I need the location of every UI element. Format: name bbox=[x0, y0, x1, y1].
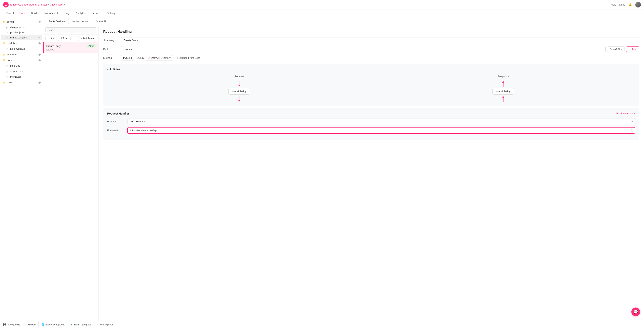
routes-actions: ⇅ Sort ⚗ Filter + Add Route bbox=[43, 35, 98, 42]
sidebar-label-index-md: index.md bbox=[10, 64, 36, 67]
sidebar-item-schemas[interactable]: 📁 schemas ⊕ bbox=[0, 52, 43, 57]
sidebar-item-docs[interactable]: 📁 docs ⊕ bbox=[0, 57, 43, 63]
routes-icon: ⚙ bbox=[6, 36, 9, 39]
summary-label: Summary bbox=[103, 39, 119, 42]
sidebar-json-icon: 📄 bbox=[6, 70, 9, 73]
build-status-item[interactable]: Build in-progress bbox=[68, 321, 94, 328]
policies-header[interactable]: ▾ Policies bbox=[107, 68, 635, 71]
tab-analytics[interactable]: Analytics bbox=[73, 10, 89, 17]
filter-button[interactable]: ⚗ Filter bbox=[58, 36, 70, 41]
notification-icon[interactable]: 🔔 bbox=[628, 3, 632, 7]
topbar: Z amethyst_underground_alligator ▾ / loc… bbox=[0, 0, 644, 10]
build-dot bbox=[71, 324, 72, 326]
sidebar-item-config[interactable]: 📁 config ⊕ bbox=[0, 19, 43, 25]
method-select[interactable]: POST ▾ bbox=[121, 55, 134, 61]
save-icon: 💾 bbox=[3, 323, 6, 326]
policies-title: Policies bbox=[110, 68, 120, 71]
summary-input[interactable] bbox=[121, 37, 639, 43]
sidebar-label-policies: policies.json bbox=[10, 31, 40, 34]
sort-button[interactable]: ⇅ Sort bbox=[45, 36, 57, 41]
fab-button[interactable]: 💬 bbox=[632, 308, 640, 316]
add-schemas-icon[interactable]: ⊕ bbox=[38, 53, 41, 56]
breadcrumb-separator: / bbox=[50, 3, 51, 6]
sidebar-item-index-md[interactable]: 📄 index.md ··· bbox=[1, 63, 42, 68]
tab-services[interactable]: Services bbox=[89, 10, 104, 17]
save-status-item[interactable]: 💾 Save [⌘+S] bbox=[2, 321, 23, 328]
route-path: /stories bbox=[46, 48, 96, 51]
add-request-policy-button[interactable]: + Add Policy bbox=[228, 88, 250, 94]
sidebar-item-policies[interactable]: ↑ policies.json bbox=[1, 30, 42, 35]
working-copy-status-item[interactable]: ⑂ working copy bbox=[94, 321, 116, 328]
sidebar-item-modules[interactable]: 📁 modules ⊕ bbox=[0, 40, 43, 46]
docs-link[interactable]: Docs bbox=[619, 3, 625, 6]
github-label: GitHub bbox=[28, 323, 36, 326]
tab-settings[interactable]: Settings bbox=[104, 10, 119, 17]
sidebar-label-hello-world: hello-world.ts bbox=[10, 48, 36, 50]
sidebar-label-tests: tests bbox=[7, 81, 37, 84]
tests-folder-icon: 📁 bbox=[2, 81, 5, 84]
sidebar-item-dev-portal[interactable]: { } dev-portal.json ··· bbox=[1, 25, 42, 30]
forward-info-icon[interactable]: ⓘ bbox=[631, 129, 633, 132]
add-docs-icon[interactable]: ⊕ bbox=[38, 58, 41, 62]
route-name: Create Story bbox=[46, 44, 61, 48]
tab-builds[interactable]: Builds bbox=[28, 10, 41, 17]
schemas-folder-icon: 📁 bbox=[2, 53, 5, 56]
github-status-item[interactable]: ⑂ GitHub bbox=[23, 321, 38, 328]
response-policy-column: Response + Add Policy bbox=[484, 75, 523, 102]
tab-routes-oas-json[interactable]: routes.oas.json bbox=[70, 19, 92, 24]
sidebar-item-theme-css[interactable]: 📄 theme.css ··· bbox=[1, 74, 42, 80]
tab-project[interactable]: Project bbox=[3, 10, 16, 17]
path-input[interactable] bbox=[121, 46, 606, 52]
sidebar-label-modules: modules bbox=[7, 42, 37, 45]
add-response-policy-button[interactable]: + Add Policy bbox=[492, 88, 514, 94]
cors-dropdown[interactable]: ✓ Deny All Origins ▾ bbox=[146, 55, 173, 61]
route-item-create-story[interactable]: Create Story POST /stories bbox=[43, 42, 98, 53]
route-list: Create Story POST /stories bbox=[43, 42, 98, 53]
request-arrow-down bbox=[238, 81, 240, 86]
avatar[interactable] bbox=[635, 2, 641, 8]
response-arrow-up-2 bbox=[502, 96, 504, 102]
arrow-line-2 bbox=[239, 96, 240, 100]
help-link[interactable]: Help bbox=[611, 3, 616, 6]
request-policy-column: Request + Add Policy bbox=[220, 75, 259, 102]
url-forward-docs-link[interactable]: URL Forward docs bbox=[615, 112, 635, 115]
exclude-docs-checkbox[interactable] bbox=[175, 56, 178, 59]
path-controls: OpenAPI ▾ ✦ Test bbox=[121, 46, 639, 52]
sidebar-item-hello-world[interactable]: 📄 hello-world.ts ··· bbox=[1, 46, 42, 52]
tab-environments[interactable]: Environments bbox=[41, 10, 62, 17]
sidebar-item-routes[interactable]: ⚙ routes.oas.json ··· bbox=[1, 35, 42, 40]
tab-openapi[interactable]: OpenAPI bbox=[93, 19, 109, 24]
exclude-docs[interactable]: Exclude From Docs bbox=[175, 56, 200, 59]
forward-label: Forward to bbox=[107, 129, 125, 132]
more-routes-icon[interactable]: ··· bbox=[38, 36, 40, 40]
tab-logs[interactable]: Logs bbox=[62, 10, 73, 17]
modules-folder-icon: 📁 bbox=[2, 42, 5, 45]
project-name[interactable]: amethyst_underground_alligator bbox=[10, 3, 47, 6]
test-button[interactable]: ✦ Test bbox=[626, 46, 639, 52]
search-input[interactable] bbox=[45, 28, 96, 33]
working-copy-label: working copy bbox=[100, 323, 113, 326]
repo-name[interactable]: local-lore bbox=[52, 3, 63, 6]
arrow-head-up-2 bbox=[502, 96, 504, 98]
openapi-button[interactable]: OpenAPI ▾ bbox=[607, 46, 624, 52]
arrow-head-2 bbox=[238, 100, 240, 102]
handler-dropdown[interactable]: URL Forward ▾ bbox=[127, 118, 635, 125]
routes-panel: ⇅ Sort ⚗ Filter + Add Route bbox=[43, 26, 98, 321]
arrow-head-1 bbox=[238, 85, 240, 86]
sidebar-label-sidebar-json: sidebar.json bbox=[10, 70, 36, 73]
app-logo[interactable]: Z bbox=[3, 2, 9, 8]
add-route-button[interactable]: + Add Route bbox=[78, 36, 96, 41]
add-tests-icon[interactable]: ⊕ bbox=[38, 80, 41, 84]
policies-section: ▾ Policies Request + Add Policy bbox=[103, 64, 639, 106]
github-icon: ⑂ bbox=[26, 323, 27, 326]
gateway-status-item[interactable]: 🌐 Gateway deployed bbox=[38, 321, 68, 328]
add-config-icon[interactable]: ⊕ bbox=[38, 20, 41, 24]
sidebar-item-sidebar-json[interactable]: 📄 sidebar.json ··· bbox=[1, 68, 42, 74]
forward-input-wrapper: ⓘ bbox=[127, 127, 635, 134]
tab-code[interactable]: Code bbox=[16, 10, 28, 17]
add-modules-icon[interactable]: ⊕ bbox=[38, 42, 41, 45]
tab-route-designer[interactable]: Route Designer bbox=[46, 19, 69, 24]
arrow-line-3 bbox=[503, 82, 504, 86]
forward-to-input[interactable] bbox=[128, 128, 631, 133]
sidebar-item-tests[interactable]: 📁 tests ⊕ bbox=[0, 80, 43, 85]
